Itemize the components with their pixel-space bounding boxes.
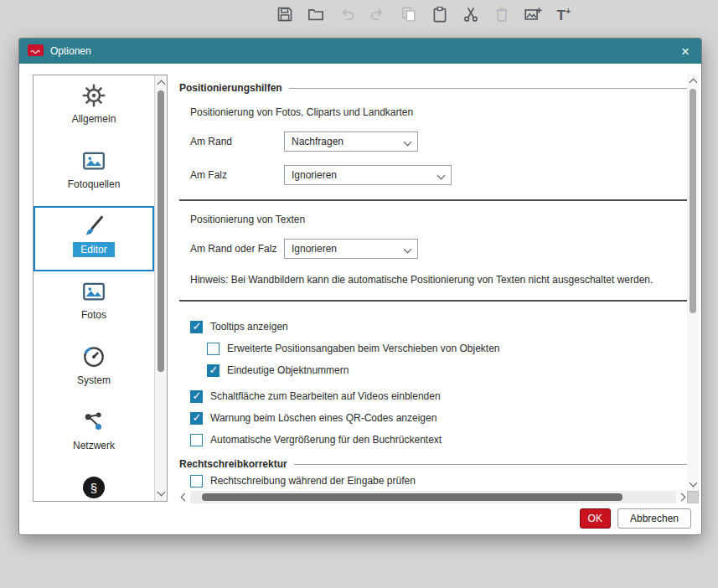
app-toolbar: T+	[275, 3, 574, 25]
checkbox[interactable]	[207, 364, 220, 377]
group-title-rule	[289, 88, 687, 89]
am-falz-dropdown[interactable]: Ignorieren	[284, 165, 452, 185]
checkbox-label: Rechtschreibung während der Eingabe prüf…	[210, 475, 416, 487]
close-icon[interactable]: ×	[678, 44, 693, 59]
rechtschreibung-checkbox-row[interactable]: Rechtschreibung während der Eingabe prüf…	[190, 470, 687, 491]
scroll-down-icon[interactable]	[690, 479, 698, 487]
paste-icon[interactable]	[430, 4, 450, 24]
texts-positioning-heading: Positionierung von Texten	[190, 214, 687, 225]
sidebar-item-system[interactable]: System	[34, 337, 154, 402]
section-separator	[179, 199, 687, 201]
am-rand-oder-falz-dropdown[interactable]: Ignorieren	[284, 239, 418, 259]
brush-icon	[81, 213, 106, 240]
gear-icon	[81, 82, 106, 109]
dropdown-value: Ignorieren	[292, 169, 337, 181]
sidebar-item-allgemein[interactable]: Allgemein	[34, 75, 154, 141]
copy-icon	[399, 4, 419, 24]
am-rand-oder-falz-row: Am Rand oder Falz Ignorieren	[190, 239, 687, 259]
save-icon[interactable]	[275, 4, 295, 24]
dialog-body: Allgemein Fotoquellen Editor	[19, 64, 701, 534]
sidebar-item-list: Allgemein Fotoquellen Editor	[34, 75, 154, 501]
scroll-down-icon[interactable]	[158, 488, 166, 497]
scroll-up-icon[interactable]	[690, 79, 698, 87]
sidebar-item-label: Fotoquellen	[68, 178, 121, 190]
checkbox-label: Automatische Vergrößerung für den Buchrü…	[210, 434, 442, 446]
horizontal-scrollbar-thumb[interactable]	[202, 493, 622, 501]
video-bearbeiten-checkbox-row[interactable]: Schaltfläche zum Bearbeiten auf Videos e…	[190, 385, 687, 407]
photo-icon	[81, 278, 106, 305]
chevron-down-icon	[404, 137, 412, 146]
checkbox[interactable]	[190, 475, 203, 487]
am-rand-dropdown[interactable]: Nachfragen	[284, 132, 418, 152]
checkbox[interactable]	[190, 412, 203, 425]
paragraph-icon: §	[83, 474, 105, 501]
sidebar-item-label: Netzwerk	[73, 440, 115, 451]
sidebar-item-netzwerk[interactable]: Netzwerk	[34, 402, 154, 467]
category-sidebar: Allgemein Fotoquellen Editor	[33, 75, 168, 502]
dialog-footer: OK Abbrechen	[580, 508, 691, 529]
scrollbar-corner	[687, 491, 699, 503]
sidebar-scrollbar[interactable]	[154, 75, 167, 501]
checkbox-label: Schaltfläche zum Bearbeiten auf Videos e…	[210, 390, 441, 402]
dialog-title: Optionen	[50, 45, 678, 57]
sidebar-item-fotoquellen[interactable]: Fotoquellen	[34, 141, 154, 206]
checkbox-label: Eindeutige Objektnummern	[227, 364, 349, 376]
sidebar-item-label: Editor	[73, 242, 114, 257]
am-rand-label: Am Rand	[190, 136, 284, 147]
sidebar-item-label: System	[77, 374, 111, 386]
undo-icon	[337, 4, 357, 24]
checkbox[interactable]	[190, 321, 203, 333]
sidebar-item-label: Allgemein	[72, 113, 116, 125]
cancel-button[interactable]: Abbrechen	[617, 508, 691, 529]
horizontal-scrollbar[interactable]	[179, 491, 687, 503]
sidebar-scrollbar-thumb[interactable]	[158, 90, 164, 372]
photo-icon	[81, 147, 106, 174]
checkbox-label: Tooltips anzeigen	[210, 321, 288, 333]
scroll-right-icon[interactable]	[678, 493, 686, 502]
vertical-scrollbar-thumb[interactable]	[690, 89, 696, 313]
redo-icon	[368, 4, 388, 24]
checkbox[interactable]	[207, 343, 220, 355]
objektnummern-checkbox-row[interactable]: Eindeutige Objektnummern	[207, 359, 687, 381]
scroll-up-icon[interactable]	[158, 80, 166, 89]
sidebar-item-label: Fotos	[81, 309, 106, 321]
wandbilder-note: Hinweis: Bei Wandbildern kann die automa…	[190, 274, 687, 286]
options-dialog: Optionen × Allgemein Fotoquellen	[18, 38, 702, 535]
group-positionierungshilfen: Positionierungshilfen	[179, 82, 687, 94]
am-rand-oder-falz-label: Am Rand oder Falz	[190, 243, 284, 255]
tooltips-checkbox-row[interactable]: Tooltips anzeigen	[190, 316, 687, 338]
ok-button[interactable]: OK	[580, 508, 611, 529]
app-logo-icon	[28, 44, 44, 59]
insert-text-icon[interactable]: T+	[554, 4, 574, 24]
scroll-left-icon[interactable]	[181, 493, 189, 502]
buchruecken-vergroesserung-checkbox-row[interactable]: Automatische Vergrößerung für den Buchrü…	[190, 429, 687, 451]
settings-scrollview: Positionierungshilfen Positionierung von…	[179, 75, 687, 491]
gauge-icon	[81, 343, 106, 370]
am-rand-row: Am Rand Nachfragen	[190, 132, 687, 152]
am-falz-label: Am Falz	[190, 169, 284, 181]
group-rechtschreibkorrektur: Rechtschreibkorrektur	[179, 458, 687, 470]
group-title-rule	[294, 464, 687, 465]
horizontal-scrollbar-track[interactable]	[190, 491, 676, 503]
checkbox[interactable]	[190, 390, 203, 403]
group-title: Rechtschreibkorrektur	[179, 458, 287, 470]
network-icon	[81, 409, 106, 436]
chevron-down-icon	[404, 245, 412, 253]
sidebar-item-fotos[interactable]: Fotos	[34, 271, 154, 337]
open-folder-icon[interactable]	[306, 4, 326, 24]
group-title: Positionierungshilfen	[179, 82, 282, 94]
insert-image-icon[interactable]	[523, 4, 543, 24]
chevron-down-icon	[437, 171, 446, 179]
qr-code-warnung-checkbox-row[interactable]: Warnung beim Löschen eines QR-Codes anze…	[190, 407, 687, 429]
sidebar-item-rechtliches[interactable]: §	[34, 467, 154, 501]
checkbox[interactable]	[190, 434, 203, 446]
sidebar-item-editor[interactable]: Editor	[34, 206, 154, 271]
vertical-scrollbar[interactable]	[687, 75, 699, 491]
checkbox-label: Warnung beim Löschen eines QR-Codes anze…	[210, 412, 436, 424]
section-separator	[179, 300, 687, 302]
positionsangaben-checkbox-row[interactable]: Erweiterte Positionsangaben beim Verschi…	[207, 338, 687, 359]
cut-icon[interactable]	[461, 4, 481, 24]
photos-positioning-heading: Positionierung von Fotos, Cliparts und L…	[190, 106, 687, 118]
dialog-titlebar[interactable]: Optionen ×	[19, 39, 701, 64]
delete-icon	[492, 4, 512, 24]
